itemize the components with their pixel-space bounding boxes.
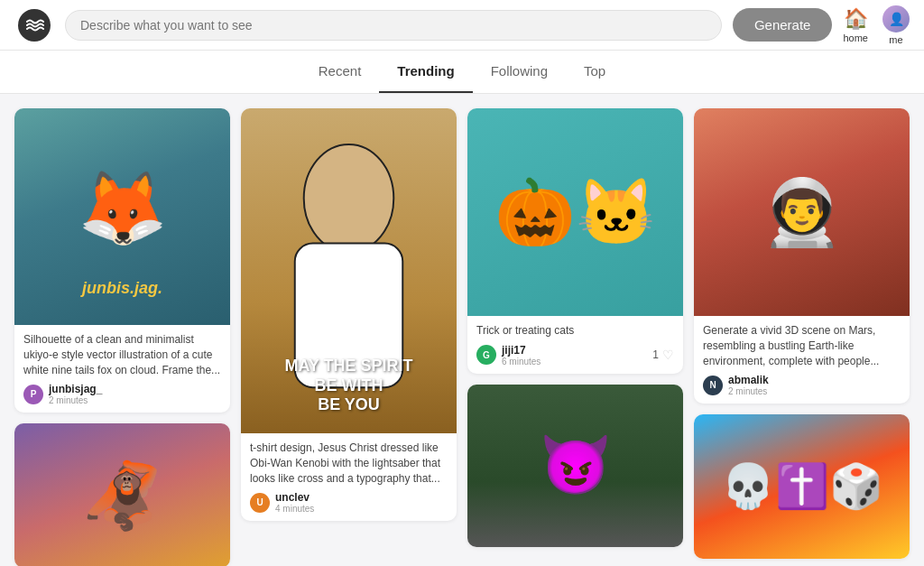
cats-time: 6 minutes [502,357,541,367]
fox-meta: Silhouette of a clean and minimalist uki… [14,325,230,413]
astronaut-image: 👨‍🚀 [694,108,910,316]
logo-icon [18,9,51,42]
nav-me[interactable]: 👤 me [882,5,910,45]
fox-image [14,108,230,325]
tab-trending[interactable]: Trending [379,51,472,93]
jesus-user-info: unclev 4 minutes [275,491,314,514]
astronaut-user-info: abmalik 2 minutes [728,374,769,396]
gallery-item-jesus: MAY THE SPIRITBE WITHBE YOU t-shirt desi… [241,108,457,521]
astronaut-username: abmalik [728,374,769,386]
tab-following[interactable]: Following [473,51,566,93]
gallery-item-devil: 😈 [467,385,683,547]
cats-user-avatar: G [476,345,496,365]
fox-username: junbisjag_ [49,383,102,395]
gallery: Silhouette of a clean and minimalist uki… [0,94,924,566]
tab-recent[interactable]: Recent [300,51,380,93]
cats-user: G jiji17 6 minutes [476,344,541,367]
jesus-username: unclev [275,491,314,504]
fox-user-row: P junbisjag_ 2 minutes [23,383,221,405]
nav-home[interactable]: 🏠 home [843,7,868,43]
gallery-item-fox: Silhouette of a clean and minimalist uki… [14,108,230,413]
logo-button[interactable] [14,5,54,45]
skulls-image: 💀✝️🎲 [694,414,910,559]
header: Generate 🏠 home 👤 me [0,0,924,51]
cats-likes: 1 ♡ [652,348,674,362]
generate-button[interactable]: Generate [733,8,833,42]
cats-desc: Trick or treating cats [476,323,674,339]
user-avatar: 👤 [882,5,910,32]
cats-username: jiji17 [502,344,541,357]
jesus-user-row: U unclev 4 minutes [250,491,448,514]
cats-meta: Trick or treating cats G jiji17 6 minute… [467,316,683,374]
cats-image: 🎃🐱 [467,108,683,316]
fox-desc: Silhouette of a clean and minimalist uki… [23,332,221,377]
fox-time: 2 minutes [49,395,102,405]
jesus-meta: t-shirt design, Jesus Christ dressed lik… [241,433,457,521]
tab-bar: Recent Trending Following Top [0,51,924,94]
astronaut-desc: Generate a vivid 3D scene on Mars, resem… [703,323,901,368]
tab-top[interactable]: Top [566,51,624,93]
astronaut-meta: Generate a vivid 3D scene on Mars, resem… [694,316,910,404]
fox-user-avatar: P [23,385,43,404]
astronaut-user-avatar: N [703,376,723,395]
astronaut-user-row: N abmalik 2 minutes [703,374,901,396]
cats-like-count: 1 [652,348,659,361]
jesus-user-avatar: U [250,493,270,513]
gallery-item-cats: 🎃🐱 Trick or treating cats G jiji17 6 min… [467,108,683,374]
search-bar [65,10,722,41]
jesus-desc: t-shirt design, Jesus Christ dressed lik… [250,441,448,486]
cats-user-info: jiji17 6 minutes [502,344,541,367]
home-icon: 🏠 [844,7,868,31]
heart-icon[interactable]: ♡ [662,348,674,362]
jesus-image: MAY THE SPIRITBE WITHBE YOU [241,108,457,433]
gallery-item-monkey: 🦧 [14,423,230,566]
top-nav: 🏠 home 👤 me [843,5,910,45]
astronaut-time: 2 minutes [728,386,769,396]
jesus-text: MAY THE SPIRITBE WITHBE YOU [284,357,412,415]
gallery-item-astronaut: 👨‍🚀 Generate a vivid 3D scene on Mars, r… [694,108,910,404]
fox-user-info: junbisjag_ 2 minutes [49,383,102,405]
gallery-item-skulls: 💀✝️🎲 [694,414,910,559]
cats-user-row: G jiji17 6 minutes 1 ♡ [476,344,674,367]
jesus-time: 4 minutes [275,504,314,514]
monkey-image: 🦧 [14,423,230,566]
search-input[interactable] [80,18,707,32]
logo-svg [24,15,44,35]
devil-image: 😈 [467,385,683,547]
